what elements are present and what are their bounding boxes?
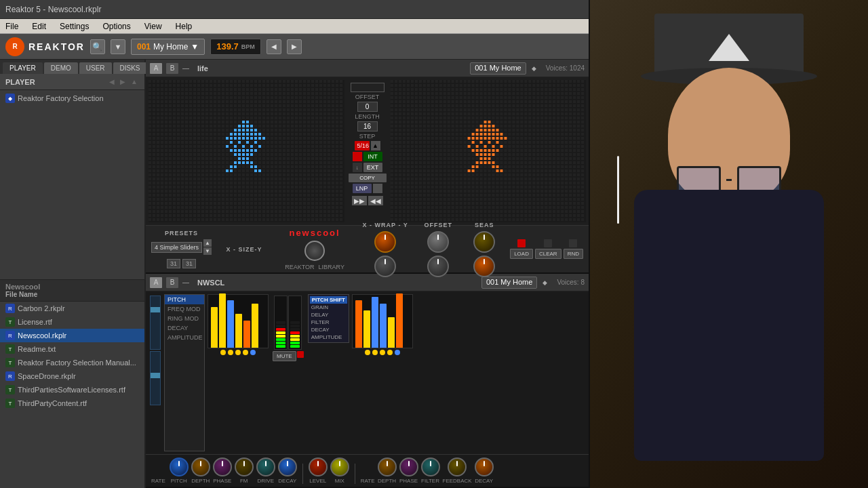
life-offset-value[interactable]: 0	[357, 102, 378, 112]
life-tab-a[interactable]: A	[150, 63, 162, 74]
preset-down-btn[interactable]: ▼	[203, 247, 212, 255]
depth2-knob[interactable]	[378, 458, 397, 476]
clear-btn[interactable]: CLEAR	[535, 249, 561, 259]
grain-option[interactable]: GRAIN	[310, 304, 347, 311]
nwscl-preset-selector[interactable]: 001 My Home	[481, 277, 537, 289]
life-play-btn[interactable]: INT	[363, 152, 382, 161]
feedback-knob[interactable]	[448, 458, 467, 476]
filter-knob[interactable]	[421, 458, 440, 476]
life-fwd-btn[interactable]: ▶▶	[352, 196, 367, 205]
mute-btn[interactable]: MUTE	[273, 351, 296, 361]
life-grid-blue[interactable]	[149, 80, 344, 222]
browser-tab-player[interactable]: PLAYER	[3, 62, 43, 74]
browser-back[interactable]: ◀	[108, 77, 116, 87]
separator-2	[355, 464, 355, 484]
nwscl-fader1-handle[interactable]	[151, 307, 160, 312]
life-collapse-btn[interactable]: —	[182, 64, 193, 72]
drive-knob[interactable]	[256, 458, 275, 476]
pitch-option-freqmod[interactable]: FREQ MOD	[165, 304, 204, 314]
nwscl-collapse-btn[interactable]: —	[182, 279, 193, 286]
transport-next[interactable]: ▶	[287, 39, 302, 54]
life-tab-b[interactable]: B	[166, 63, 178, 74]
offset-knob2[interactable]	[427, 256, 449, 277]
life-rew-btn[interactable]: ◀◀	[368, 196, 383, 205]
nwscl-inst-name: NWSCL	[197, 279, 224, 287]
pitch-option-pitch[interactable]: PITCH	[165, 295, 204, 304]
menu-settings[interactable]: Settings	[57, 20, 92, 33]
nwscl-tab-b[interactable]: B	[166, 277, 178, 288]
transport-prev[interactable]: ◀	[267, 39, 281, 54]
rnd-btn[interactable]: RND	[564, 249, 583, 259]
phase-knob[interactable]	[213, 458, 232, 476]
preset-up-btn[interactable]: ▲	[203, 239, 212, 247]
life-length-value[interactable]: 16	[357, 121, 378, 131]
rnd-led[interactable]	[569, 239, 577, 247]
browser-forward[interactable]: ▶	[119, 77, 127, 87]
load-btn[interactable]: LOAD	[510, 249, 533, 259]
pitch-option-amplitude[interactable]: AMPLITUDE	[165, 333, 204, 342]
seas-knob[interactable]	[473, 231, 495, 253]
life-copy-btn[interactable]: COPY	[349, 174, 387, 182]
nwscl-fader2-handle[interactable]	[151, 373, 160, 378]
decay2-knob[interactable]	[475, 458, 494, 476]
menu-edit[interactable]: Edit	[29, 20, 49, 33]
load-led[interactable]	[517, 239, 526, 247]
file-thirdparties[interactable]: T ThirdPartiesSoftwareLicenses.rtf	[0, 383, 144, 396]
file-license[interactable]: T License.rtf	[0, 315, 144, 329]
mix-knob[interactable]	[330, 458, 349, 476]
life-lnp-spin[interactable]	[373, 184, 382, 193]
bar-2	[219, 293, 226, 348]
browser-root-item[interactable]: ◆ Reaktor Factory Selection	[0, 92, 144, 105]
life-down-btn[interactable]: ↓	[353, 163, 362, 172]
decay-option[interactable]: DECAY	[310, 326, 347, 333]
file-carbon[interactable]: R Carbon 2.rkplr	[0, 302, 144, 315]
file-readme[interactable]: T Readme.txt	[0, 342, 144, 356]
xwrapy-knob2[interactable]	[374, 256, 396, 277]
pitch-knob[interactable]	[170, 458, 189, 476]
life-rec-btn[interactable]	[353, 152, 362, 161]
nwscl-fader2[interactable]	[150, 351, 161, 405]
file-newscool[interactable]: R Newscool.rkplr	[0, 329, 144, 342]
search-button[interactable]: 🔍	[90, 39, 105, 54]
clear-led[interactable]	[544, 239, 552, 247]
life-step-spin[interactable]: ▲	[371, 141, 380, 150]
offset-knob[interactable]	[427, 231, 449, 253]
mute-led[interactable]	[297, 351, 304, 358]
menu-help[interactable]: Help	[173, 20, 195, 33]
delay-option[interactable]: DELAY	[310, 311, 347, 319]
seas-knob2[interactable]	[473, 256, 495, 277]
preset-selector[interactable]: 001 My Home ▼	[131, 39, 205, 55]
life-scroll-bar[interactable]	[351, 83, 384, 92]
decay-knob[interactable]	[278, 458, 297, 476]
amplitude-option[interactable]: AMPLITUDE	[310, 333, 347, 341]
menu-options[interactable]: Options	[100, 20, 133, 33]
life-step-minus[interactable]: 5/16	[355, 141, 370, 150]
menu-file[interactable]: File	[3, 20, 21, 33]
reaktor-knob[interactable]	[304, 241, 325, 261]
pitch-option-decay[interactable]: DECAY	[165, 323, 204, 333]
file-reaktor-manual[interactable]: T Reaktor Factory Selection Manual...	[0, 356, 144, 369]
file-spacedrone[interactable]: R SpaceDrone.rkplr	[0, 369, 144, 383]
menu-view[interactable]: View	[142, 20, 165, 33]
fm-knob[interactable]	[235, 458, 254, 476]
life-grid-orange[interactable]	[391, 80, 587, 222]
life-lnp-btn[interactable]: LNP	[353, 184, 372, 193]
pitch-option-ringmod[interactable]: RING MOD	[165, 314, 204, 323]
toolbar-dropdown[interactable]: ▼	[111, 39, 125, 54]
browser-tab-user[interactable]: USER	[79, 62, 112, 74]
xwrapy-knob[interactable]	[374, 231, 396, 253]
preset-name-display[interactable]: 4 Simple Sliders	[151, 242, 202, 253]
life-preset-selector[interactable]: 001 My Home	[470, 62, 526, 75]
browser-tab-demo[interactable]: DEMO	[44, 62, 78, 74]
phase2-knob[interactable]	[399, 458, 418, 476]
life-ext-btn[interactable]: EXT	[363, 163, 382, 172]
life-grid-orange-container	[391, 80, 587, 222]
browser-up[interactable]: ▲	[130, 77, 139, 87]
file-thirdcontent[interactable]: T ThirdPartyContent.rtf	[0, 396, 144, 410]
nwscl-fader1[interactable]	[150, 296, 161, 350]
depth-knob[interactable]	[191, 458, 210, 476]
level-knob[interactable]	[309, 458, 328, 476]
nwscl-tab-a[interactable]: A	[150, 277, 162, 288]
filter-option[interactable]: FILTER	[310, 319, 347, 326]
browser-tab-disks[interactable]: DISKS	[113, 62, 147, 74]
